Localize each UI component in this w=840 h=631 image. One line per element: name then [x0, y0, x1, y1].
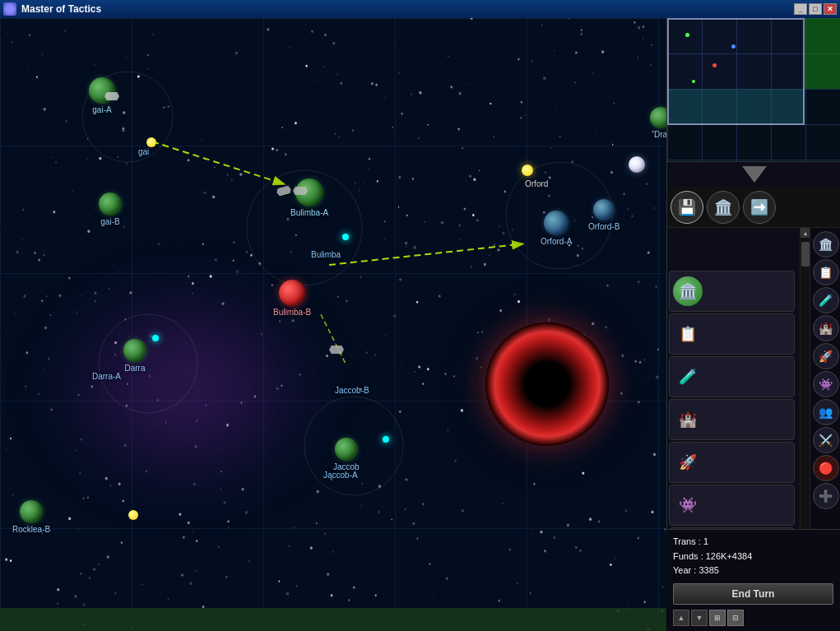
planet-bulimba-b-icon: [279, 280, 305, 306]
minimap[interactable]: [667, 18, 840, 162]
action-move-button[interactable]: ➡️: [743, 191, 776, 224]
planet-bulimba-b[interactable]: Bulimba-B: [273, 280, 311, 317]
side-icon-flask[interactable]: 🧪: [813, 287, 839, 313]
minimap-dot-1: [685, 33, 689, 37]
nav-extra-button[interactable]: ⊞: [709, 610, 726, 626]
planet-orford-b-icon: [593, 199, 615, 220]
action-city-button[interactable]: 🏛️: [707, 191, 740, 224]
scroll-thumb[interactable]: [801, 242, 810, 267]
planet-darra-a-label: Darra-A: [92, 372, 121, 381]
side-icon-alert[interactable]: 🔴: [813, 455, 839, 481]
star-orford: [522, 165, 533, 176]
panel-item-6-icon: 👾: [673, 490, 703, 520]
planet-orford-a-label: Orford-A: [541, 237, 572, 246]
planet-gai-b-label: gai-B: [100, 217, 119, 226]
title-bar: Master of Tactics _ □ ✕: [0, 0, 840, 18]
ship-gai: [104, 92, 119, 100]
planet-jaccob-a-label: Jaccob-A: [323, 471, 358, 480]
cyan-dot-bulimba: [342, 234, 349, 240]
panel-item-2[interactable]: 📋: [669, 313, 795, 355]
planet-jaccob-b-label: Jaccob-B: [335, 386, 369, 395]
app-icon: [3, 2, 16, 16]
planet-orford-a-icon: [544, 211, 569, 235]
side-icon-ship[interactable]: 🚀: [813, 343, 839, 369]
year-line: Year : 3385: [673, 564, 833, 578]
planet-darra[interactable]: Darra: [123, 339, 146, 373]
panel-item-5-icon: 🚀: [673, 448, 703, 477]
panel-item-3-icon: 🧪: [673, 362, 703, 392]
black-hole: [485, 322, 609, 446]
planet-darra-label: Darra: [124, 364, 145, 373]
year-label: Year :: [673, 565, 696, 575]
window-title: Master of Tactics: [21, 3, 101, 15]
side-icon-people[interactable]: 👥: [813, 399, 839, 425]
planet-darra-icon: [123, 339, 146, 362]
action-save-button[interactable]: 💾: [671, 191, 703, 224]
minimap-dot-4: [692, 80, 695, 83]
side-icon-colony[interactable]: 🏛️: [813, 231, 839, 258]
planet-bulimba-b-label: Bulimba-B: [273, 308, 311, 317]
maximize-button[interactable]: □: [809, 3, 822, 15]
funds-value: 126K+4384: [706, 551, 753, 561]
side-icon-defense[interactable]: 🏰: [813, 315, 839, 341]
panel-item-6[interactable]: 👾: [669, 485, 795, 526]
planet-gai-label: gai: [138, 147, 149, 156]
city-icon: 🏛️: [714, 198, 732, 216]
trans-label: Trans :: [673, 536, 701, 546]
planet-jaccob[interactable]: Jaccob: [333, 438, 360, 471]
minimize-button[interactable]: _: [794, 3, 807, 15]
funds-line: Funds : 126K+4384: [673, 550, 833, 564]
planet-orford-a[interactable]: Orford-A: [541, 211, 572, 246]
panel-item-1[interactable]: 🏛️: [669, 271, 795, 312]
end-turn-area: Trans : 1 Funds : 126K+4384 Year : 3385 …: [666, 529, 840, 631]
minimap-cell-1: [805, 18, 840, 53]
planet-rocklea-b-label: Rocklea-B: [12, 525, 50, 534]
planet-orford-b-label: Orford-B: [588, 222, 620, 231]
main-layout: gai-A gai gai-B Bulimba-A Bulimba Bulimb…: [0, 18, 840, 631]
nav-extra-button-2[interactable]: ⊟: [727, 610, 744, 626]
year-value: 3385: [698, 565, 718, 575]
panel-item-3[interactable]: 🧪: [669, 356, 795, 397]
planet-bulimba-a-sublabel: Bulimba-A: [290, 208, 328, 217]
panel-item-4[interactable]: 🏰: [669, 399, 795, 440]
planet-bulimba-label: Bulimba: [311, 250, 341, 259]
title-left: Master of Tactics: [3, 2, 101, 16]
planet-ice[interactable]: [629, 156, 645, 173]
star-rocklea: [128, 510, 138, 520]
minimap-dot-3: [712, 63, 717, 67]
close-button[interactable]: ✕: [824, 3, 837, 15]
minimap-cell-2: [805, 53, 840, 89]
end-turn-button[interactable]: End Turn: [673, 583, 833, 605]
save-icon: 💾: [678, 198, 696, 216]
planet-ice-icon: [629, 156, 645, 173]
panel-item-5[interactable]: 🚀: [669, 442, 795, 483]
panel-item-1-icon: 🏛️: [673, 276, 703, 306]
side-icon-add[interactable]: ➕: [813, 483, 839, 509]
planet-gai-b[interactable]: gai-B: [99, 193, 122, 226]
nav-down-button[interactable]: ▼: [691, 610, 708, 626]
nav-up-button[interactable]: ▲: [673, 610, 689, 626]
nav-controls: ▲ ▼ ⊞ ⊟: [666, 610, 840, 631]
minimap-dot-2: [731, 44, 736, 49]
ship-bulimba-2: [293, 187, 308, 195]
star-gai: [146, 137, 156, 147]
game-map[interactable]: gai-A gai gai-B Bulimba-A Bulimba Bulimb…: [0, 18, 666, 631]
planet-gai-sublabel: gai-A: [92, 105, 111, 114]
map-status-bar: [0, 608, 666, 631]
planet-dra-label: Dra: [654, 130, 666, 139]
ship-jaccob: [329, 346, 344, 354]
move-icon: ➡️: [750, 198, 768, 216]
side-icon-alien[interactable]: 👾: [813, 371, 839, 397]
trans-line: Trans : 1: [673, 535, 833, 550]
planet-jaccob-icon: [335, 438, 358, 461]
cyan-dot-darra: [152, 335, 159, 341]
side-icon-combat[interactable]: ⚔️: [813, 427, 839, 453]
side-icon-info[interactable]: 📋: [813, 259, 839, 285]
window-controls: _ □ ✕: [794, 3, 837, 15]
planet-bulimba-a[interactable]: Bulimba-A: [290, 179, 328, 217]
planet-orford-b[interactable]: Orford-B: [588, 199, 620, 231]
planet-rocklea-b[interactable]: Rocklea-B: [12, 500, 50, 534]
funds-label: Funds :: [673, 551, 703, 561]
planet-dra[interactable]: Dra: [650, 107, 666, 139]
minimap-arrow-area: [667, 162, 840, 187]
